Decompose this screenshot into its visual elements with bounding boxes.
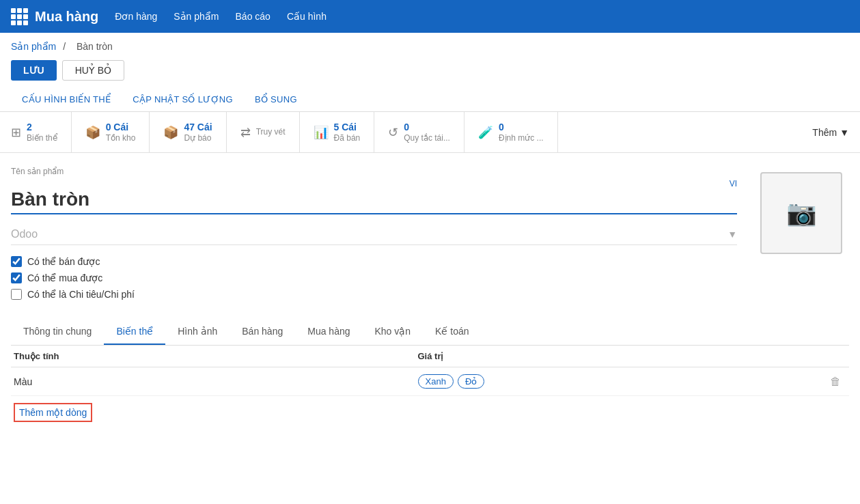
add-line-row: Thêm một dòng [11,396,849,429]
col-header-val: Giá trị [418,351,822,361]
truy-vet-icon: ⇄ [240,125,251,140]
stat-dinh-muc-label: Định mức ... [499,133,544,144]
inner-tabs: Thông tin chung Biến thể Hình ảnh Bán hà… [11,319,849,346]
stat-truy-vet[interactable]: ⇄ Truy vét [227,112,300,152]
checkbox-chi-tieu-label[interactable]: Có thể là Chi tiêu/Chi phí [27,289,135,300]
delete-row-icon[interactable]: 🗑 [822,376,849,388]
table-header: Thuộc tính Giá trị [11,346,849,367]
stat-da-ban-label: Đã bán [334,133,361,144]
col-header-attr: Thuộc tính [11,351,418,361]
tag-xanh[interactable]: Xanh [418,374,454,389]
checkbox-row-chi-tieu: Có thể là Chi tiêu/Chi phí [11,289,737,300]
checkbox-chi-tieu[interactable] [11,289,22,300]
more-button[interactable]: Thêm ▼ [801,127,849,138]
action-bar: LƯU HUỶ BỎ [0,57,860,89]
variants-table: Thuộc tính Giá trị Màu Xanh Đỏ 🗑 Thêm mộ… [11,346,849,429]
tag-do[interactable]: Đỏ [458,374,484,389]
stats-bar: ⊞ 2 Biến thể 📦 0 Cái Tồn kho 📦 47 Cái Dự… [0,112,860,153]
values-mau: Xanh Đỏ [418,374,822,389]
add-line-button[interactable]: Thêm một dòng [14,403,92,422]
sub-tab-cap-nhat[interactable]: CẬP NHẬT SỐ LƯỢNG [122,89,244,111]
stat-quy-tac-number: 0 [404,121,450,133]
breadcrumb: Sản phẩm / Bàn tròn [0,33,860,57]
stat-du-bao-label: Dự báo [184,133,212,144]
tab-hinh-anh[interactable]: Hình ảnh [165,319,230,345]
form-right: 📷 [753,167,849,305]
sub-tabs: CẤU HÌNH BIẾN THỂ CẬP NHẬT SỐ LƯỢNG BỔ S… [0,89,860,112]
checkbox-co-the-ban[interactable] [11,256,22,267]
cancel-button[interactable]: HUỶ BỎ [62,60,124,81]
company-select[interactable]: Odoo ▼ [11,224,737,245]
form-left: Tên sản phẩm VI Odoo ▼ Có thể bán được C… [11,167,737,305]
stat-bien-the-label: Biến thể [27,133,57,144]
tab-mua-hang[interactable]: Mua hàng [295,319,362,345]
quy-tac-icon: ↺ [388,125,398,140]
checkbox-co-the-mua[interactable] [11,272,22,283]
checkbox-ban-label[interactable]: Có thể bán được [27,256,100,267]
table-row: Màu Xanh Đỏ 🗑 [11,367,849,396]
form-section: Tên sản phẩm VI Odoo ▼ Có thể bán được C… [11,167,849,305]
camera-icon: 📷 [786,199,817,227]
stat-truy-vet-label: Truy vét [256,127,286,138]
app-name: Mua hàng [35,9,98,25]
attr-mau: Màu [11,376,418,387]
product-name-label: Tên sản phẩm [11,167,737,176]
navbar-menu: Đơn hàng Sản phẩm Báo cáo Cấu hình [115,11,327,22]
main-content: Tên sản phẩm VI Odoo ▼ Có thể bán được C… [0,153,860,429]
sub-tab-bo-sung[interactable]: BỔ SUNG [244,89,308,111]
stat-ton-kho-label: Tồn kho [106,133,136,144]
tab-kho-van[interactable]: Kho vận [363,319,424,345]
navbar: Mua hàng Đơn hàng Sản phẩm Báo cáo Cấu h… [0,0,860,33]
product-name-input[interactable] [11,188,737,214]
app-logo[interactable]: Mua hàng [11,8,98,25]
company-dropdown-icon: ▼ [727,229,737,240]
more-chevron-icon: ▼ [840,127,849,138]
grid-icon [11,8,28,25]
bien-the-icon: ⊞ [11,125,21,140]
breadcrumb-separator: / [63,41,68,52]
dinh-muc-icon: 🧪 [478,125,493,140]
stat-bien-the-number: 2 [27,121,57,133]
stat-dinh-muc-number: 0 [499,121,544,133]
menu-item-bao-cao[interactable]: Báo cáo [236,11,271,22]
stat-da-ban[interactable]: 📊 5 Cái Đã bán [300,112,375,152]
checkbox-row-mua: Có thể mua được [11,272,737,283]
product-photo[interactable]: 📷 [760,172,842,254]
save-button[interactable]: LƯU [11,60,57,81]
tab-bien-the[interactable]: Biến thể [104,319,165,345]
checkbox-mua-label[interactable]: Có thể mua được [27,272,102,283]
stat-quy-tac-label: Quy tắc tái... [404,133,450,144]
menu-item-san-pham[interactable]: Sản phẩm [174,11,219,22]
stat-quy-tac[interactable]: ↺ 0 Quy tắc tái... [374,112,464,152]
stat-ton-kho[interactable]: 📦 0 Cái Tồn kho [72,112,150,152]
checkbox-row-ban: Có thể bán được [11,256,737,267]
tab-thong-tin-chung[interactable]: Thông tin chung [11,319,104,345]
stat-ton-kho-number: 0 Cái [106,121,136,133]
ton-kho-icon: 📦 [85,125,100,140]
more-label: Thêm [812,127,837,138]
menu-item-cau-hinh[interactable]: Cấu hình [287,11,327,22]
stat-da-ban-number: 5 Cái [334,121,361,133]
du-bao-icon: 📦 [163,125,178,140]
breadcrumb-current: Bàn tròn [77,41,113,52]
da-ban-icon: 📊 [314,125,329,140]
checkboxes: Có thể bán được Có thể mua được Có thể l… [11,256,737,300]
tab-ban-hang[interactable]: Bán hàng [230,319,295,345]
stat-dinh-muc[interactable]: 🧪 0 Định mức ... [464,112,558,152]
breadcrumb-parent[interactable]: Sản phẩm [11,41,56,52]
language-label: VI [11,179,737,188]
stat-bien-the[interactable]: ⊞ 2 Biến thể [11,112,72,152]
sub-tab-cau-hinh[interactable]: CẤU HÌNH BIẾN THỂ [11,89,122,111]
stat-du-bao[interactable]: 📦 47 Cái Dự báo [150,112,226,152]
stat-du-bao-number: 47 Cái [184,121,212,133]
menu-item-don-hang[interactable]: Đơn hàng [115,11,157,22]
tab-ke-toan[interactable]: Kế toán [423,319,481,345]
company-value: Odoo [11,228,727,240]
